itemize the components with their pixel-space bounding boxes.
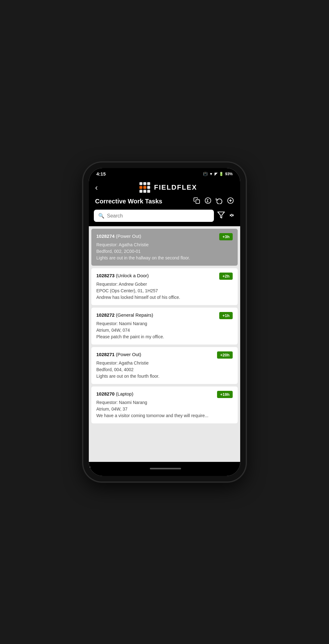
task-card-top-4: 1028270 (Laptop) +19h (96, 391, 233, 398)
svg-rect-5 (147, 186, 150, 189)
logo-text: FIELDFLEX (154, 183, 197, 192)
svg-rect-0 (139, 182, 143, 185)
bottom-back-button[interactable]: ‹ (89, 464, 91, 471)
nav-bar: ‹ FIELDFLEX (89, 178, 240, 210)
time-badge-0: +3h (219, 233, 233, 240)
task-card-2[interactable]: 1028272 (General Repairs) +1h Requestor:… (91, 308, 238, 345)
nav-actions: Σ (193, 197, 234, 205)
task-title-0: 1028274 (Power Out) (96, 233, 219, 239)
phone-shell: 4:15 📳 ▼ ◤ 🔋 93% ‹ (83, 162, 246, 482)
status-bar: 4:15 📳 ▼ ◤ 🔋 93% (89, 168, 240, 178)
search-icon: 🔍 (98, 213, 104, 219)
svg-rect-9 (196, 200, 200, 203)
time-badge-1: +2h (219, 273, 233, 280)
filter-button[interactable] (217, 211, 225, 221)
wifi-icon: ▼ (209, 172, 213, 176)
task-meta-0: Requestor: Agatha Christie Bedford, 002,… (96, 242, 233, 261)
task-meta-4: Requestor: Naomi Narang Atrium, 04W, 37 … (96, 399, 233, 419)
task-card-1[interactable]: 1028273 (Unlock a Door) +2h Requestor: A… (91, 268, 238, 305)
task-card-top-3: 1028271 (Power Out) +20h (96, 351, 233, 359)
task-meta-1: Requestor: Andrew Gober EPOC (Ops Center… (96, 281, 233, 301)
refresh-icon-button[interactable] (216, 197, 223, 205)
svg-marker-15 (218, 212, 225, 218)
status-icons: 📳 ▼ ◤ 🔋 93% (203, 172, 233, 176)
sort-button[interactable] (228, 211, 235, 221)
svg-rect-4 (144, 186, 147, 189)
nav-top: ‹ FIELDFLEX (95, 181, 234, 193)
battery-icon: 🔋 (219, 172, 224, 176)
phone-screen: 4:15 📳 ▼ ◤ 🔋 93% ‹ (89, 168, 240, 476)
bottom-nav: ‹ (89, 462, 240, 476)
content-area: 1028274 (Power Out) +3h Requestor: Agath… (89, 226, 240, 462)
time-badge-4: +19h (217, 391, 233, 398)
time-badge-3: +20h (217, 351, 233, 359)
task-card-top-2: 1028272 (General Repairs) +1h (96, 312, 233, 319)
task-title-1: 1028273 (Unlock a Door) (96, 273, 219, 279)
svg-rect-2 (147, 182, 150, 185)
search-section: 🔍 (89, 210, 240, 226)
task-meta-3: Requestor: Agatha Christie Bedford, 004,… (96, 360, 233, 380)
task-card-4[interactable]: 1028270 (Laptop) +19h Requestor: Naomi N… (91, 386, 238, 423)
svg-text:Σ: Σ (206, 199, 209, 203)
vibrate-icon: 📳 (203, 172, 208, 176)
logo-area: FIELDFLEX (102, 181, 234, 193)
home-indicator (150, 468, 181, 469)
task-title-3: 1028271 (Power Out) (96, 351, 217, 358)
task-meta-2: Requestor: Naomi Narang Atrium, 04W, 074… (96, 320, 233, 340)
search-input[interactable] (107, 213, 210, 219)
task-card-top-0: 1028274 (Power Out) +3h (96, 233, 233, 240)
back-button[interactable]: ‹ (95, 183, 98, 192)
battery-percent: 93% (225, 172, 233, 176)
signal-icon: ◤ (215, 172, 217, 176)
task-card-3[interactable]: 1028271 (Power Out) +20h Requestor: Agat… (91, 347, 238, 384)
status-time: 4:15 (96, 171, 106, 176)
search-input-wrap[interactable]: 🔍 (94, 210, 214, 222)
copy-icon-button[interactable] (193, 197, 200, 205)
page-title: Corrective Work Tasks (95, 198, 162, 205)
task-title-4: 1028270 (Laptop) (96, 391, 217, 397)
sigma-icon-button[interactable]: Σ (205, 197, 211, 205)
task-card-0[interactable]: 1028274 (Power Out) +3h Requestor: Agath… (91, 229, 238, 266)
time-badge-2: +1h (219, 312, 233, 319)
fieldflex-logo-icon (139, 181, 151, 193)
svg-rect-8 (147, 190, 150, 193)
add-icon-button[interactable] (227, 197, 234, 205)
svg-rect-6 (139, 190, 143, 193)
svg-rect-1 (144, 182, 147, 185)
nav-bottom: Corrective Work Tasks Σ (95, 197, 234, 205)
task-card-top-1: 1028273 (Unlock a Door) +2h (96, 273, 233, 280)
task-title-2: 1028272 (General Repairs) (96, 312, 219, 318)
svg-rect-3 (139, 186, 143, 189)
svg-rect-7 (144, 190, 147, 193)
